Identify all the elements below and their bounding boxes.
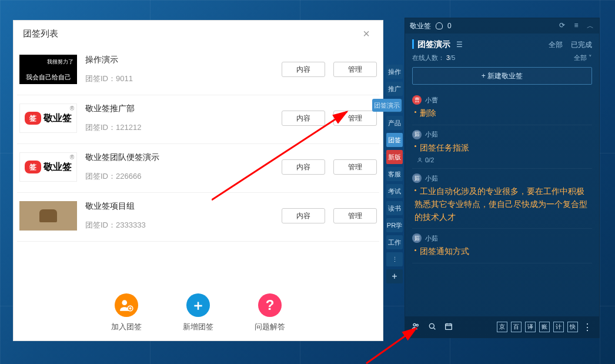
content-button[interactable]: 内容: [282, 208, 325, 223]
plus-icon: ＋: [186, 293, 210, 317]
quick-link[interactable]: 账: [539, 322, 550, 332]
team-id: 团签ID：2333333: [85, 220, 282, 231]
app-titlebar: 敬业签 0 ⟳ ≡ ︿: [405, 18, 599, 34]
join-team-button[interactable]: 加入团签: [111, 293, 142, 332]
side-tag[interactable]: ⋮: [386, 252, 403, 266]
team-list-dialog: 团签列表 × 我很努力了 我会自己给自己 操作演示 团签ID：9011 内容 管…: [13, 20, 383, 341]
team-thumbnail: ® 签敬业签: [19, 152, 77, 182]
online-dropdown[interactable]: 全部 ˅: [574, 54, 592, 62]
note-body: 工业自动化涉及的专业很多，要在工作中积极熟悉其它专业特点，使自己尽快成为一个复合…: [412, 185, 592, 223]
join-icon: [115, 293, 138, 317]
team-title: 操作演示: [85, 55, 282, 65]
team-title: 敬业签项目组: [85, 201, 282, 212]
panel-title: 团签演示: [412, 39, 450, 49]
side-tag[interactable]: 读书: [386, 201, 403, 215]
side-tag[interactable]: 客服: [386, 167, 403, 181]
manage-button[interactable]: 管理: [333, 111, 377, 126]
side-tags: 团签演示 操作推广工作产品团签新版客服考试读书PR学工作⋮+: [386, 65, 403, 283]
team-id: 团签ID：226666: [85, 171, 282, 182]
members-icon[interactable]: [411, 322, 420, 333]
note-item[interactable]: 茹小茹 团签任务指派 0/2: [412, 125, 592, 169]
side-tag[interactable]: 工作: [386, 235, 403, 249]
manage-button[interactable]: 管理: [333, 208, 377, 223]
app-panel: 敬业签 0 ⟳ ≡ ︿ 团签演示 ☰ 全部 已完成 在线人数： 3/5 全部 ˅…: [405, 18, 600, 338]
dialog-title: 团签列表: [23, 21, 58, 46]
side-tag[interactable]: 新版: [386, 150, 403, 164]
notes-list: 曹小曹 删除 茹小茹 团签任务指派 0/2 茹小茹 工业自动化涉及的专业很多，要…: [405, 91, 599, 263]
note-body: 团签任务指派: [412, 142, 592, 155]
quick-link[interactable]: 计: [553, 322, 564, 332]
side-tag[interactable]: 推广: [386, 82, 403, 96]
svg-point-4: [416, 324, 418, 326]
notification-count: 0: [447, 22, 452, 30]
active-tag-tooltip: 团签演示: [372, 99, 402, 112]
quick-link[interactable]: 京: [497, 322, 507, 332]
svg-point-2: [419, 158, 420, 160]
team-thumbnail: 我很努力了 我会自己给自己: [19, 55, 77, 84]
avatar: 茹: [412, 173, 422, 183]
note-body: 删除: [412, 107, 592, 120]
side-tag[interactable]: 操作: [386, 65, 403, 79]
title-menu-icon[interactable]: ☰: [456, 41, 463, 49]
search-icon[interactable]: [427, 322, 437, 333]
app-name: 敬业签: [410, 21, 431, 31]
app-bottom-bar: 京百译账计快⋮: [405, 316, 599, 338]
note-item[interactable]: 曹小曹 删除: [412, 91, 592, 125]
svg-point-0: [122, 300, 127, 305]
team-id: 团签ID：9011: [85, 74, 282, 84]
close-icon[interactable]: ×: [359, 26, 373, 41]
quick-link[interactable]: 译: [525, 322, 536, 332]
team-list: 我很努力了 我会自己给自己 操作演示 团签ID：9011 内容 管理 ® 签敬业…: [14, 46, 383, 242]
content-button[interactable]: 内容: [282, 111, 325, 126]
dialog-footer: 加入团签 ＋ 新增团签 ? 问题解答: [14, 293, 383, 332]
filter-all[interactable]: 全部: [549, 40, 563, 50]
team-row: 我很努力了 我会自己给自己 操作演示 团签ID：9011 内容 管理: [17, 46, 379, 95]
assignee-count: 0/2: [412, 156, 592, 163]
side-tag[interactable]: 产品: [386, 116, 403, 130]
avatar: 曹: [412, 95, 422, 105]
avatar: 茹: [412, 130, 422, 139]
help-button[interactable]: ? 问题解答: [255, 293, 285, 332]
svg-point-5: [429, 323, 434, 328]
question-icon: ?: [258, 293, 282, 317]
manage-button[interactable]: 管理: [333, 159, 377, 175]
quick-link[interactable]: 快: [567, 322, 578, 332]
more-icon[interactable]: ⋮: [581, 322, 593, 333]
team-row: ® 签敬业签 敬业签团队便签演示 团签ID：226666 内容 管理: [17, 144, 379, 193]
manage-button[interactable]: 管理: [333, 62, 377, 77]
team-id: 团签ID：121212: [85, 122, 282, 133]
team-thumbnail: ® 签敬业签: [19, 103, 77, 133]
bell-icon[interactable]: [436, 22, 443, 29]
calendar-icon[interactable]: [444, 322, 453, 333]
sync-icon[interactable]: ⟳: [558, 21, 566, 31]
menu-icon[interactable]: ≡: [572, 21, 580, 31]
avatar: 茹: [412, 233, 422, 243]
filter-done[interactable]: 已完成: [571, 40, 592, 50]
content-button[interactable]: 内容: [282, 62, 325, 77]
team-title: 敬业签推广部: [85, 103, 282, 114]
team-title: 敬业签团队便签演示: [85, 152, 282, 163]
quick-link[interactable]: 百: [511, 322, 522, 332]
note-item[interactable]: 茹小茹 团签通知方式: [412, 229, 592, 263]
team-thumbnail: [19, 201, 77, 231]
note-body: 团签通知方式: [412, 245, 592, 258]
add-tag-button[interactable]: +: [386, 269, 403, 283]
note-item[interactable]: 茹小茹 工业自动化涉及的专业很多，要在工作中积极熟悉其它专业特点，使自己尽快成为…: [412, 169, 592, 229]
content-button[interactable]: 内容: [282, 159, 325, 175]
collapse-icon[interactable]: ︿: [586, 21, 594, 31]
team-row: ® 签敬业签 敬业签推广部 团签ID：121212 内容 管理: [17, 95, 379, 144]
add-team-button[interactable]: ＋ 新增团签: [183, 293, 213, 332]
side-tag[interactable]: 团签: [386, 133, 403, 147]
svg-point-3: [413, 323, 416, 326]
team-row: 敬业签项目组 团签ID：2333333 内容 管理: [17, 193, 379, 242]
side-tag[interactable]: 考试: [386, 184, 403, 198]
quick-links: 京百译账计快⋮: [497, 322, 593, 333]
new-note-button[interactable]: + 新建敬业签: [412, 67, 592, 85]
side-tag[interactable]: PR学: [386, 218, 403, 232]
svg-rect-6: [446, 324, 452, 329]
